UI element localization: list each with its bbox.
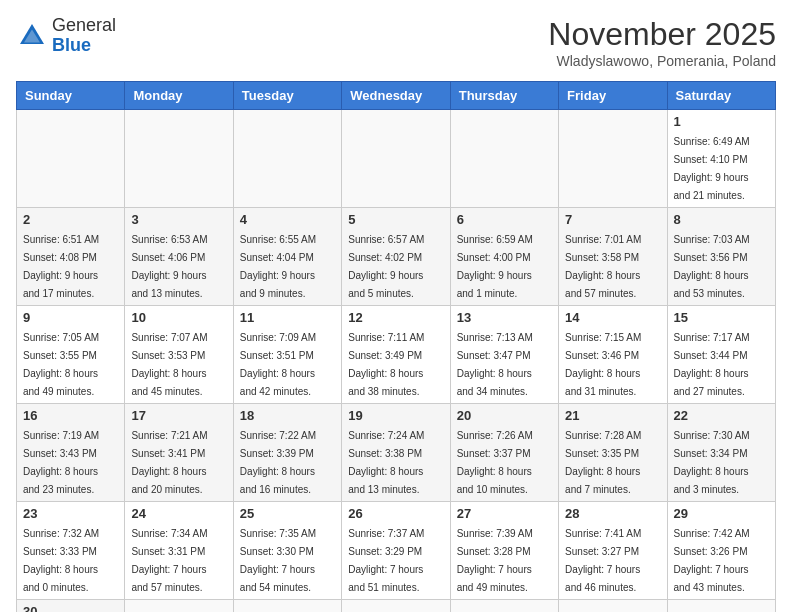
day-number: 1 — [674, 114, 769, 129]
month-title: November 2025 — [548, 16, 776, 53]
day-info: Sunrise: 7:39 AM Sunset: 3:28 PM Dayligh… — [457, 528, 533, 593]
day-number: 24 — [131, 506, 226, 521]
day-29: 29 Sunrise: 7:42 AM Sunset: 3:26 PM Dayl… — [667, 502, 775, 600]
day-13: 13 Sunrise: 7:13 AM Sunset: 3:47 PM Dayl… — [450, 306, 558, 404]
day-number: 30 — [23, 604, 118, 612]
day-info: Sunrise: 7:35 AM Sunset: 3:30 PM Dayligh… — [240, 528, 316, 593]
day-10: 10 Sunrise: 7:07 AM Sunset: 3:53 PM Dayl… — [125, 306, 233, 404]
day-number: 12 — [348, 310, 443, 325]
day-info: Sunrise: 6:59 AM Sunset: 4:00 PM Dayligh… — [457, 234, 533, 299]
empty-cell — [667, 600, 775, 613]
day-15: 15 Sunrise: 7:17 AM Sunset: 3:44 PM Dayl… — [667, 306, 775, 404]
day-number: 6 — [457, 212, 552, 227]
day-number: 22 — [674, 408, 769, 423]
day-30: 30 Sunrise: 7:44 AM Sunset: 3:25 PM Dayl… — [17, 600, 125, 613]
day-22: 22 Sunrise: 7:30 AM Sunset: 3:34 PM Dayl… — [667, 404, 775, 502]
empty-cell — [17, 110, 125, 208]
day-info: Sunrise: 7:05 AM Sunset: 3:55 PM Dayligh… — [23, 332, 99, 397]
empty-cell — [233, 110, 341, 208]
day-28: 28 Sunrise: 7:41 AM Sunset: 3:27 PM Dayl… — [559, 502, 667, 600]
day-number: 7 — [565, 212, 660, 227]
empty-cell — [450, 110, 558, 208]
day-number: 18 — [240, 408, 335, 423]
day-26: 26 Sunrise: 7:37 AM Sunset: 3:29 PM Dayl… — [342, 502, 450, 600]
day-number: 11 — [240, 310, 335, 325]
day-info: Sunrise: 6:53 AM Sunset: 4:06 PM Dayligh… — [131, 234, 207, 299]
day-number: 15 — [674, 310, 769, 325]
day-number: 26 — [348, 506, 443, 521]
day-11: 11 Sunrise: 7:09 AM Sunset: 3:51 PM Dayl… — [233, 306, 341, 404]
day-info: Sunrise: 6:49 AM Sunset: 4:10 PM Dayligh… — [674, 136, 750, 201]
calendar-header-row: Sunday Monday Tuesday Wednesday Thursday… — [17, 82, 776, 110]
day-info: Sunrise: 7:22 AM Sunset: 3:39 PM Dayligh… — [240, 430, 316, 495]
day-info: Sunrise: 7:07 AM Sunset: 3:53 PM Dayligh… — [131, 332, 207, 397]
day-9: 9 Sunrise: 7:05 AM Sunset: 3:55 PM Dayli… — [17, 306, 125, 404]
calendar-row-6: 30 Sunrise: 7:44 AM Sunset: 3:25 PM Dayl… — [17, 600, 776, 613]
day-number: 13 — [457, 310, 552, 325]
day-7: 7 Sunrise: 7:01 AM Sunset: 3:58 PM Dayli… — [559, 208, 667, 306]
day-info: Sunrise: 6:57 AM Sunset: 4:02 PM Dayligh… — [348, 234, 424, 299]
day-info: Sunrise: 7:17 AM Sunset: 3:44 PM Dayligh… — [674, 332, 750, 397]
day-number: 9 — [23, 310, 118, 325]
day-number: 5 — [348, 212, 443, 227]
day-number: 3 — [131, 212, 226, 227]
day-number: 25 — [240, 506, 335, 521]
day-info: Sunrise: 7:19 AM Sunset: 3:43 PM Dayligh… — [23, 430, 99, 495]
header-saturday: Saturday — [667, 82, 775, 110]
calendar-row-1: 1 Sunrise: 6:49 AM Sunset: 4:10 PM Dayli… — [17, 110, 776, 208]
day-23: 23 Sunrise: 7:32 AM Sunset: 3:33 PM Dayl… — [17, 502, 125, 600]
day-info: Sunrise: 7:42 AM Sunset: 3:26 PM Dayligh… — [674, 528, 750, 593]
day-info: Sunrise: 7:11 AM Sunset: 3:49 PM Dayligh… — [348, 332, 424, 397]
day-number: 4 — [240, 212, 335, 227]
page-header: General Blue November 2025 Wladyslawowo,… — [16, 16, 776, 69]
empty-cell — [450, 600, 558, 613]
day-info: Sunrise: 7:03 AM Sunset: 3:56 PM Dayligh… — [674, 234, 750, 299]
day-number: 29 — [674, 506, 769, 521]
day-20: 20 Sunrise: 7:26 AM Sunset: 3:37 PM Dayl… — [450, 404, 558, 502]
day-number: 28 — [565, 506, 660, 521]
day-25: 25 Sunrise: 7:35 AM Sunset: 3:30 PM Dayl… — [233, 502, 341, 600]
day-4: 4 Sunrise: 6:55 AM Sunset: 4:04 PM Dayli… — [233, 208, 341, 306]
empty-cell — [125, 600, 233, 613]
logo: General Blue — [16, 16, 116, 56]
day-number: 20 — [457, 408, 552, 423]
day-info: Sunrise: 7:34 AM Sunset: 3:31 PM Dayligh… — [131, 528, 207, 593]
day-info: Sunrise: 7:15 AM Sunset: 3:46 PM Dayligh… — [565, 332, 641, 397]
day-2: 2 Sunrise: 6:51 AM Sunset: 4:08 PM Dayli… — [17, 208, 125, 306]
day-info: Sunrise: 7:21 AM Sunset: 3:41 PM Dayligh… — [131, 430, 207, 495]
day-number: 21 — [565, 408, 660, 423]
empty-cell — [233, 600, 341, 613]
empty-cell — [125, 110, 233, 208]
day-5: 5 Sunrise: 6:57 AM Sunset: 4:02 PM Dayli… — [342, 208, 450, 306]
day-number: 8 — [674, 212, 769, 227]
day-info: Sunrise: 7:09 AM Sunset: 3:51 PM Dayligh… — [240, 332, 316, 397]
day-6: 6 Sunrise: 6:59 AM Sunset: 4:00 PM Dayli… — [450, 208, 558, 306]
logo-icon — [16, 20, 48, 52]
day-number: 2 — [23, 212, 118, 227]
logo-text: General Blue — [52, 16, 116, 56]
day-19: 19 Sunrise: 7:24 AM Sunset: 3:38 PM Dayl… — [342, 404, 450, 502]
empty-cell — [342, 600, 450, 613]
day-1: 1 Sunrise: 6:49 AM Sunset: 4:10 PM Dayli… — [667, 110, 775, 208]
day-info: Sunrise: 7:30 AM Sunset: 3:34 PM Dayligh… — [674, 430, 750, 495]
day-21: 21 Sunrise: 7:28 AM Sunset: 3:35 PM Dayl… — [559, 404, 667, 502]
day-18: 18 Sunrise: 7:22 AM Sunset: 3:39 PM Dayl… — [233, 404, 341, 502]
header-tuesday: Tuesday — [233, 82, 341, 110]
day-number: 23 — [23, 506, 118, 521]
day-info: Sunrise: 7:13 AM Sunset: 3:47 PM Dayligh… — [457, 332, 533, 397]
day-27: 27 Sunrise: 7:39 AM Sunset: 3:28 PM Dayl… — [450, 502, 558, 600]
day-number: 17 — [131, 408, 226, 423]
day-number: 27 — [457, 506, 552, 521]
header-monday: Monday — [125, 82, 233, 110]
empty-cell — [342, 110, 450, 208]
calendar-row-5: 23 Sunrise: 7:32 AM Sunset: 3:33 PM Dayl… — [17, 502, 776, 600]
header-sunday: Sunday — [17, 82, 125, 110]
title-section: November 2025 Wladyslawowo, Pomerania, P… — [548, 16, 776, 69]
day-info: Sunrise: 6:51 AM Sunset: 4:08 PM Dayligh… — [23, 234, 99, 299]
header-thursday: Thursday — [450, 82, 558, 110]
day-14: 14 Sunrise: 7:15 AM Sunset: 3:46 PM Dayl… — [559, 306, 667, 404]
day-info: Sunrise: 7:37 AM Sunset: 3:29 PM Dayligh… — [348, 528, 424, 593]
day-info: Sunrise: 7:01 AM Sunset: 3:58 PM Dayligh… — [565, 234, 641, 299]
day-info: Sunrise: 7:41 AM Sunset: 3:27 PM Dayligh… — [565, 528, 641, 593]
day-info: Sunrise: 7:28 AM Sunset: 3:35 PM Dayligh… — [565, 430, 641, 495]
